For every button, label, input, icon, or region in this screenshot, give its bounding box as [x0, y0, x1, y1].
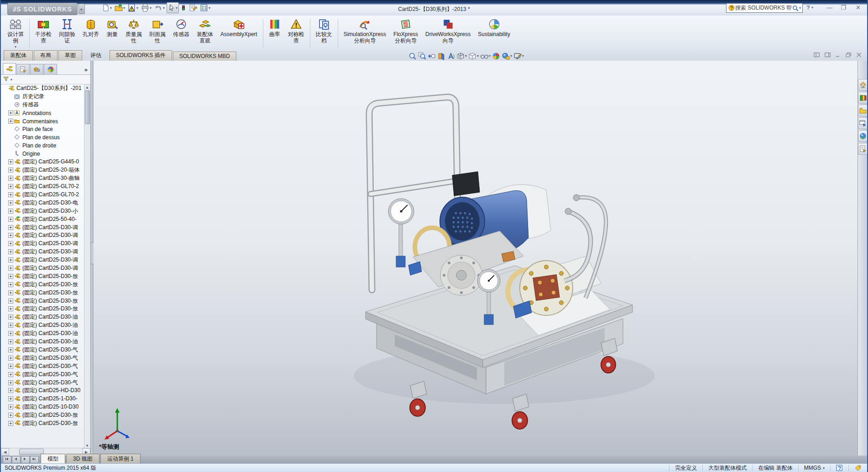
tree-item[interactable]: (固定) CartD25-D30-调 [1, 256, 84, 264]
tree-expand-icon[interactable] [8, 192, 13, 197]
tree-item[interactable]: (固定) CartD25-D30-气 [1, 346, 84, 354]
options-list-button[interactable]: ▾ [199, 3, 211, 13]
tree-item[interactable]: (固定) CartD25-D30-放 [1, 420, 84, 428]
tree-item[interactable]: (固定) CartD25-D30-放 [1, 280, 84, 288]
dropdown-caret-icon[interactable]: ▾ [15, 44, 16, 50]
dropdown-caret-icon[interactable]: ▾ [823, 466, 825, 470]
tree-expand-icon[interactable] [8, 396, 13, 401]
command-tab-SOLIDWORKS MBD[interactable]: SOLIDWORKS MBD [173, 52, 236, 61]
ribbon-button-clearance-verify[interactable]: 间隙验证 [55, 16, 79, 51]
print-button[interactable]: ▾ [140, 3, 152, 13]
tree-expand-icon[interactable] [8, 323, 13, 328]
view-orientation-cube-button[interactable]: ▾ [456, 52, 467, 60]
view-palette-button[interactable] [858, 117, 867, 129]
tree-root-item[interactable]: CartD25-【D30系列】-201 [1, 84, 84, 93]
tree-item[interactable]: Annotations [1, 109, 84, 117]
search-input[interactable]: 搜索 SOLIDWORKS 帮助 [735, 4, 792, 12]
tree-item[interactable]: (固定) CartD25-D30-油 [1, 313, 84, 321]
tree-expand-icon[interactable] [8, 159, 13, 164]
ribbon-button-sensor[interactable]: 传感器 [169, 16, 193, 51]
scroll-thumb[interactable] [85, 90, 90, 124]
tree-expand-icon[interactable] [8, 184, 13, 189]
tree-expand-icon[interactable] [8, 347, 13, 352]
view-settings-monitor-button[interactable]: ▾ [513, 52, 524, 60]
tree-expand-icon[interactable] [8, 290, 13, 295]
tree-item[interactable]: (固定) CartD25-D30-调 [1, 264, 84, 273]
ribbon-button-driveworksxpress[interactable]: DriveWorksXpress向导 [422, 16, 474, 51]
dropdown-caret-icon[interactable]: ▾ [489, 54, 491, 58]
tree-expand-icon[interactable] [8, 209, 13, 214]
dropdown-caret-icon[interactable]: ▾ [209, 6, 210, 10]
study-tab-3D 视图[interactable]: 3D 视图 [66, 454, 99, 464]
window-restore-button[interactable]: ❐ [841, 4, 846, 11]
tree-expand-icon[interactable] [8, 421, 13, 426]
tree-expand-icon[interactable] [8, 380, 13, 385]
tree-item[interactable]: (固定) CartD25-1-D30- [1, 395, 84, 403]
dropdown-caret-icon[interactable]: ▾ [477, 54, 479, 58]
tree-item[interactable]: 历史记录 [1, 93, 84, 101]
nav-prev-button[interactable] [12, 456, 21, 463]
command-tab-布局[interactable]: 布局 [34, 50, 58, 61]
undo-button[interactable]: ▾ [153, 3, 166, 13]
display-style-cube-button[interactable]: ▾ [468, 52, 479, 60]
tree-expand-icon[interactable] [8, 413, 13, 418]
ribbon-button-design-study[interactable]: 设计算例▾ [4, 16, 27, 51]
tree-expand-icon[interactable] [8, 241, 13, 246]
dropdown-caret-icon[interactable]: ▾ [110, 6, 112, 10]
pane-split-left-button[interactable] [813, 52, 821, 58]
tree-expand-icon[interactable] [8, 217, 13, 222]
tree-expand-icon[interactable] [8, 233, 13, 238]
tree-item[interactable]: (固定) CartD25-D30-气 [1, 354, 84, 362]
units-selector[interactable]: MMGS▾ [798, 465, 830, 471]
tree-expand-icon[interactable] [8, 315, 13, 320]
open-folder-button[interactable]: ▾ [114, 3, 126, 13]
ribbon-button-measure[interactable]: 测量 [103, 16, 122, 51]
tree-item[interactable]: 传感器 [1, 101, 84, 109]
rebuild-traffic-light-button[interactable] [180, 3, 187, 13]
tree-item[interactable]: (固定) CartD25-D30-气 [1, 378, 84, 387]
tree-expand-icon[interactable] [8, 266, 13, 271]
tree-expand-icon[interactable] [8, 200, 13, 205]
nav-first-button[interactable] [3, 456, 11, 463]
study-tab-运动算例 1[interactable]: 运动算例 1 [100, 454, 141, 464]
file-properties-button[interactable] [188, 3, 198, 13]
doc-close-button[interactable] [856, 52, 863, 58]
dropdown-caret-icon[interactable]: ▾ [510, 54, 512, 58]
tree-expand-icon[interactable] [8, 257, 13, 262]
logo-expand-arrow[interactable]: ▸ [78, 4, 85, 14]
annotation-view-button[interactable] [447, 52, 455, 60]
tree-item[interactable]: (固定) CartD25-D30-气 [1, 362, 84, 370]
ribbon-button-assemblyxpert[interactable]: AssemblyXpert [217, 16, 261, 51]
hscroll-thumb[interactable] [19, 449, 44, 455]
tree-item[interactable]: (固定) CartD25-D30-油 [1, 330, 84, 338]
dropdown-caret-icon[interactable]: ▾ [150, 6, 152, 10]
resources-home-button[interactable] [858, 79, 867, 91]
study-tab-模型[interactable]: 模型 [41, 454, 65, 464]
dropdown-caret-icon[interactable]: ▾ [522, 54, 524, 58]
tree-item[interactable]: (固定) CartD25-D30-油 [1, 321, 84, 330]
help-button[interactable]: ?▾ [806, 4, 813, 11]
status-help-button[interactable] [830, 465, 848, 471]
graphics-viewport[interactable]: *等轴测 [94, 61, 858, 456]
panel-tab-configurationmanager[interactable] [30, 64, 43, 74]
edit-appearance-sphere-button[interactable] [492, 52, 500, 60]
tree-item[interactable]: Origine [1, 150, 84, 158]
tree-item[interactable]: (固定) CartD25-50-40- [1, 215, 84, 223]
tree-item[interactable]: (固定) CartD25-D30-调 [1, 248, 84, 256]
tree-expand-icon[interactable] [8, 372, 13, 377]
tree-expand-icon[interactable] [8, 168, 13, 173]
file-explorer-button[interactable] [858, 105, 867, 116]
ribbon-button-floxpress[interactable]: FloXpress分析向导 [390, 16, 422, 51]
tree-expand-icon[interactable] [8, 388, 13, 393]
ribbon-button-simulationxpress[interactable]: SimulationXpress分析向导 [340, 16, 390, 51]
tree-expand-icon[interactable] [8, 225, 13, 230]
appearances-sphere-button[interactable] [858, 130, 867, 142]
status-tag-button[interactable] [848, 465, 867, 471]
ribbon-button-interference-check[interactable]: 干涉检查 [31, 16, 55, 51]
tree-expand-icon[interactable] [8, 274, 13, 279]
tree-item[interactable]: (固定) CartD25-D30-小 [1, 207, 84, 215]
tree-item[interactable]: (固定) CartD25-G445-0 [1, 158, 84, 166]
dropdown-caret-icon[interactable]: ▾ [123, 6, 125, 10]
ribbon-button-curvature[interactable]: 曲率 [265, 16, 284, 51]
tree-item[interactable]: (固定) CartD25-D30-放 [1, 297, 84, 305]
